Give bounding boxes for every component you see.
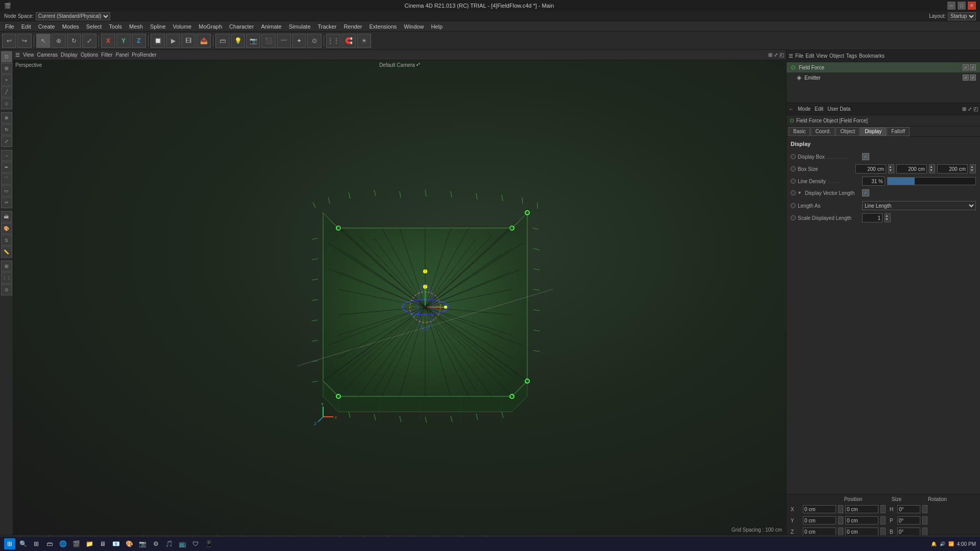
menu-simulate[interactable]: Simulate [286, 23, 314, 30]
rot-p-input[interactable] [897, 516, 920, 524]
size-y-input[interactable] [845, 516, 878, 524]
maximize-button[interactable]: □ [958, 2, 966, 10]
lt-object-mode[interactable]: ⊡ [1, 51, 12, 62]
tb-app8[interactable]: 📺 [177, 538, 188, 549]
rot-p-spinner[interactable] [922, 516, 927, 524]
snap-button[interactable]: 🧲 [341, 34, 356, 48]
tb-browser[interactable]: 🌐 [57, 538, 68, 549]
mograph-button[interactable]: ⊙ [307, 34, 322, 48]
tab-coord[interactable]: Coord. [811, 127, 835, 136]
tab-object[interactable]: Object [836, 127, 860, 136]
lt-measure[interactable]: 📏 [1, 246, 12, 258]
tb-search[interactable]: 🔍 [17, 538, 29, 549]
boxsize-y-input[interactable] [896, 164, 927, 173]
boxsize-y-spinner[interactable]: ▲▼ [929, 164, 935, 173]
tb-c4d[interactable]: 🎬 [70, 538, 82, 549]
menu-mesh[interactable]: Mesh [126, 23, 146, 30]
pos-y-input[interactable] [803, 516, 836, 524]
menu-character[interactable]: Character [226, 23, 257, 30]
vectorlength-checkbox[interactable]: ✓ [862, 189, 869, 196]
size-x-spinner[interactable] [880, 505, 886, 513]
render-view-button[interactable]: ▶ [166, 34, 180, 48]
lt-point-mode[interactable]: • [1, 74, 12, 86]
obj-item-emitter[interactable]: ◈ Emitter ✓ ✓ [787, 72, 980, 83]
render-picture-button[interactable]: 🎞 [181, 34, 195, 48]
obj-mgr-view[interactable]: View [816, 53, 827, 59]
axis-y-button[interactable]: Y [116, 34, 131, 48]
lt-arc[interactable]: ⌒ [1, 173, 12, 185]
tb-app9[interactable]: 🛡 [190, 538, 201, 549]
live-select-button[interactable]: ↖ [36, 34, 51, 48]
lt-texture[interactable]: 🎨 [1, 223, 12, 234]
pos-y-spinner[interactable] [838, 516, 843, 524]
render-region-button[interactable]: 🔲 [151, 34, 165, 48]
axis-z-button[interactable]: Z [132, 34, 146, 48]
tb-taskview[interactable]: ⊞ [31, 538, 42, 549]
menu-window[interactable]: Window [401, 23, 427, 30]
tab-basic[interactable]: Basic [789, 127, 810, 136]
linedensity-slider[interactable] [887, 177, 976, 185]
pos-z-input[interactable] [803, 528, 836, 536]
obj-fieldforce-check2[interactable]: ✓ [970, 64, 976, 70]
tb-app4[interactable]: 🎨 [124, 538, 135, 549]
obj-emitter-check2[interactable]: ✓ [970, 74, 976, 81]
lengthas-select[interactable]: Line Length Fixed Length [862, 201, 976, 210]
minimize-button[interactable]: ─ [947, 2, 955, 10]
axis-x-button[interactable]: X [101, 34, 115, 48]
obj-emitter-check1[interactable]: ✓ [963, 74, 969, 81]
lt-grid2[interactable]: ⊞ [1, 261, 12, 272]
undo-button[interactable]: ↩ [2, 34, 16, 48]
pos-x-input[interactable] [803, 505, 836, 513]
vp-view[interactable]: View [23, 52, 34, 58]
rot-h-spinner[interactable] [922, 505, 927, 513]
lt-grid3[interactable]: ⋮⋮ [1, 272, 12, 284]
rotate-button[interactable]: ↻ [67, 34, 81, 48]
lt-polygon-mode[interactable]: ◇ [1, 98, 12, 109]
light2-button[interactable]: ☀ [357, 34, 371, 48]
lt-sticker[interactable]: S [1, 235, 12, 246]
rot-h-input[interactable] [897, 505, 920, 513]
camera-button[interactable]: 📷 [246, 34, 260, 48]
menu-file[interactable]: File [2, 23, 17, 30]
grid-button[interactable]: ⋮⋮ [326, 34, 340, 48]
tb-start-button[interactable]: ⊞ [4, 538, 15, 549]
menu-modes[interactable]: Modes [59, 23, 82, 30]
menu-edit[interactable]: Edit [18, 23, 34, 30]
vp-panel[interactable]: Panel [116, 52, 129, 58]
size-z-spinner[interactable] [880, 528, 886, 536]
tb-app2[interactable]: 🖥 [97, 538, 108, 549]
menu-volume[interactable]: Volume [170, 23, 195, 30]
tab-falloff[interactable]: Falloff [887, 127, 910, 136]
scale-button[interactable]: ⤢ [82, 34, 96, 48]
boxsize-x-input[interactable] [855, 164, 886, 173]
menu-create[interactable]: Create [35, 23, 58, 30]
scalelength-spinner[interactable]: ▲▼ [885, 213, 891, 222]
boxsize-z-input[interactable] [937, 164, 968, 173]
lt-sculpt[interactable]: 🏔 [1, 211, 12, 222]
tb-file-explorer[interactable]: 🗃 [44, 538, 55, 549]
pos-x-spinner[interactable] [838, 505, 843, 513]
size-x-input[interactable] [845, 505, 878, 513]
expand-arrow-vectorlength[interactable]: ▼ [797, 190, 802, 195]
lt-pen[interactable]: ✒ [1, 162, 12, 173]
boxsize-z-spinner[interactable]: ▲▼ [970, 164, 976, 173]
vp-cameras[interactable]: Cameras [37, 52, 58, 58]
menu-tracker[interactable]: Tracker [315, 23, 340, 30]
tb-app10[interactable]: 📱 [203, 538, 214, 549]
node-space-select[interactable]: Current (Standard/Physical) [36, 12, 110, 20]
size-y-spinner[interactable] [880, 516, 886, 524]
vp-menu-icon[interactable]: ☰ [15, 52, 20, 58]
obj-mgr-edit[interactable]: Edit [805, 53, 814, 59]
viewport-content[interactable]: Perspective Default Camera •* [13, 60, 786, 535]
pos-z-spinner[interactable] [838, 528, 843, 536]
menu-mograph[interactable]: MoGraph [195, 23, 225, 30]
obj-item-fieldforce[interactable]: ⊙ Field Force ✓ ✓ [787, 62, 980, 72]
obj-mgr-file[interactable]: File [795, 53, 803, 59]
props-mode[interactable]: Mode [798, 106, 811, 112]
tb-app1[interactable]: 📁 [84, 538, 95, 549]
effector-button[interactable]: ✦ [292, 34, 306, 48]
deformer-button[interactable]: 〰 [277, 34, 291, 48]
light-button[interactable]: 💡 [231, 34, 245, 48]
menu-spline[interactable]: Spline [147, 23, 169, 30]
tb-app3[interactable]: 📧 [110, 538, 121, 549]
